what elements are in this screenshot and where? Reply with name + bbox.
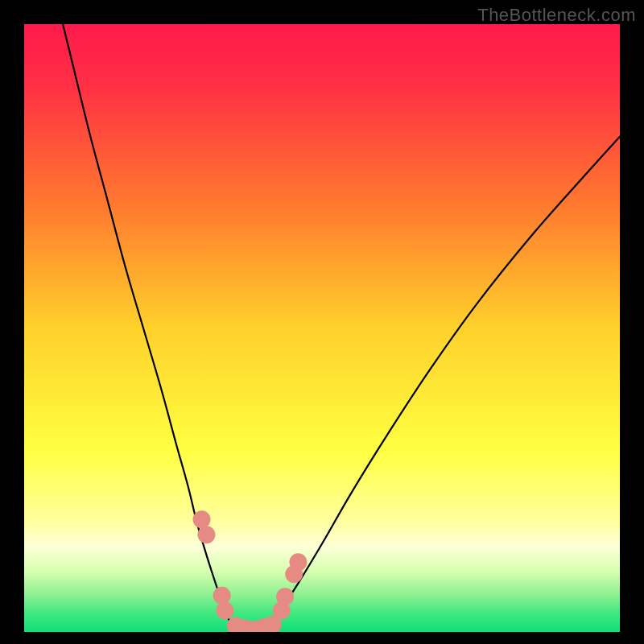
data-marker [289,553,307,571]
watermark-text: TheBottleneck.com [477,5,636,26]
chart-stage: TheBottleneck.com [0,0,644,644]
data-marker [213,587,231,605]
gradient-background [24,24,620,632]
data-marker [197,526,215,543]
data-marker [216,602,233,620]
data-marker [276,588,294,605]
bottleneck-chart [24,24,620,632]
data-marker [193,510,211,528]
